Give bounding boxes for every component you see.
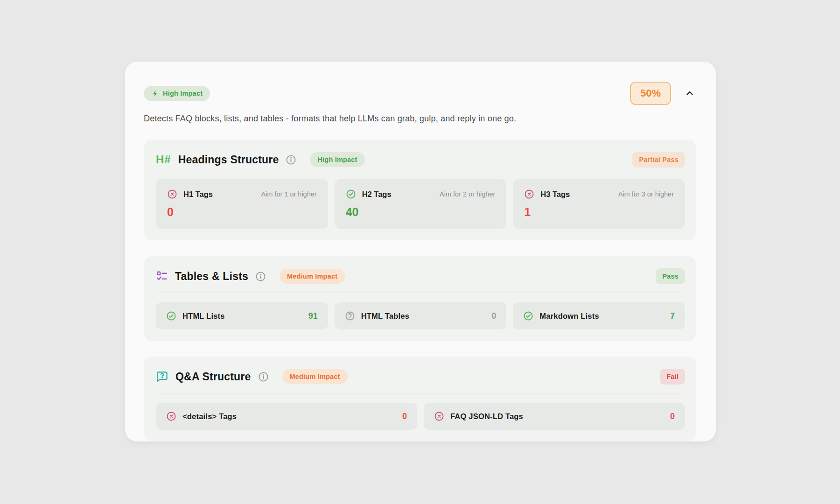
info-icon (286, 154, 296, 165)
headings-icon: H# (156, 153, 171, 166)
stat-value: 1 (524, 206, 674, 218)
panel-header: High Impact 50% (144, 80, 696, 106)
high-impact-badge-label: High Impact (163, 90, 203, 97)
metric-row-html-tables: HTML Tables 0 (335, 302, 507, 329)
high-impact-badge: High Impact (144, 86, 210, 101)
stat-value: 40 (346, 206, 496, 218)
section-divider (156, 293, 685, 293)
stat-label: H3 Tags (540, 190, 570, 199)
metric-row-html-lists: HTML Lists 91 (156, 302, 328, 329)
check-circle-icon (346, 189, 356, 199)
question-bubble-icon (156, 371, 168, 383)
status-badge: Pass (656, 268, 685, 284)
lightning-icon (151, 90, 159, 98)
metric-value: 0 (670, 412, 675, 421)
metric-value: 0 (402, 412, 407, 421)
stat-aim-text: Aim for 3 or higher (618, 190, 674, 198)
chevron-up-icon (685, 88, 695, 98)
info-icon (255, 271, 266, 282)
metric-label: <details> Tags (182, 412, 237, 421)
section-title: Headings Structure (178, 154, 279, 166)
metric-label: Markdown Lists (539, 312, 599, 321)
stat-value: 0 (167, 206, 317, 218)
metric-value: 91 (308, 311, 318, 321)
section-title: Tables & Lists (175, 270, 248, 283)
check-circle-icon (523, 311, 533, 321)
collapse-button[interactable] (683, 87, 696, 100)
x-circle-icon (524, 189, 534, 199)
stat-card-h1-tags: H1 Tags Aim for 1 or higher 0 (156, 179, 328, 229)
stat-label: H2 Tags (362, 190, 392, 199)
metric-value: 0 (491, 311, 496, 321)
section-tables-lists: Tables & Lists Medium Impact Pass HTML L… (144, 256, 696, 341)
x-circle-icon (166, 411, 176, 421)
stat-card-h3-tags: H3 Tags Aim for 3 or higher 1 (513, 179, 685, 229)
analysis-panel: High Impact 50% Detects FAQ blocks, list… (125, 62, 716, 441)
metric-value: 7 (670, 311, 675, 321)
metric-row-faq-jsonld-tags: FAQ JSON-LD Tags 0 (424, 403, 685, 430)
x-circle-icon (167, 189, 177, 199)
panel-description: Detects FAQ blocks, lists, and tables - … (144, 114, 696, 124)
info-button[interactable] (258, 371, 269, 382)
section-qa-structure: Q&A Structure Medium Impact Fail <detail… (144, 357, 696, 441)
stat-aim-text: Aim for 2 or higher (440, 190, 495, 198)
metric-label: HTML Tables (361, 312, 409, 321)
info-button[interactable] (255, 271, 266, 282)
status-badge: Partial Pass (632, 152, 685, 168)
section-headings-structure: H# Headings Structure High Impact Partia… (144, 140, 696, 240)
stat-card-h2-tags: H2 Tags Aim for 2 or higher 40 (335, 179, 507, 229)
section-title: Q&A Structure (175, 371, 251, 383)
x-circle-icon (434, 411, 444, 421)
section-divider (156, 393, 685, 393)
impact-badge: Medium Impact (282, 369, 348, 384)
question-circle-icon (345, 311, 355, 321)
stat-aim-text: Aim for 1 or higher (261, 190, 316, 198)
info-button[interactable] (286, 154, 296, 165)
info-icon (258, 371, 269, 382)
score-badge: 50% (630, 82, 671, 105)
impact-badge: High Impact (310, 152, 364, 167)
metric-label: HTML Lists (182, 312, 225, 321)
metric-row-details-tags: <details> Tags 0 (156, 403, 417, 430)
stat-label: H1 Tags (183, 190, 213, 199)
check-circle-icon (166, 311, 176, 321)
impact-badge: Medium Impact (280, 269, 345, 284)
checklist-icon (156, 270, 168, 282)
status-badge: Fail (660, 369, 685, 385)
metric-row-markdown-lists: Markdown Lists 7 (513, 302, 685, 329)
metric-label: FAQ JSON-LD Tags (450, 412, 523, 421)
